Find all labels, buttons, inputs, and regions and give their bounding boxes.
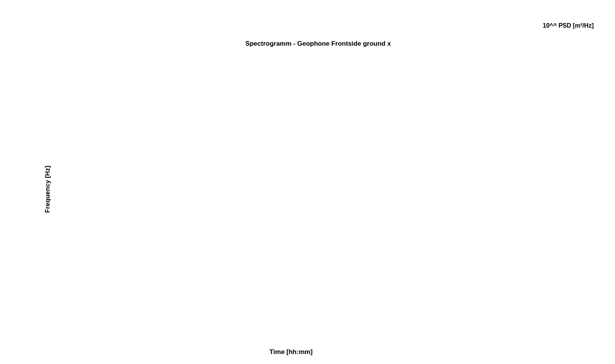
figure-root: 10^^ PSD [m²/Hz] Spectrogramm - Geophone… — [0, 0, 615, 364]
colorbar-title: 10^^ PSD [m²/Hz] — [543, 22, 593, 29]
colorbar — [80, 33, 557, 39]
x-axis-label: Time [hh:mm] — [269, 348, 312, 356]
y-axis-label: Frequency [Hz] — [44, 166, 52, 213]
chart-title: Spectrogramm - Geophone Frontside ground… — [80, 40, 557, 48]
spectrogram-canvas — [80, 52, 557, 327]
